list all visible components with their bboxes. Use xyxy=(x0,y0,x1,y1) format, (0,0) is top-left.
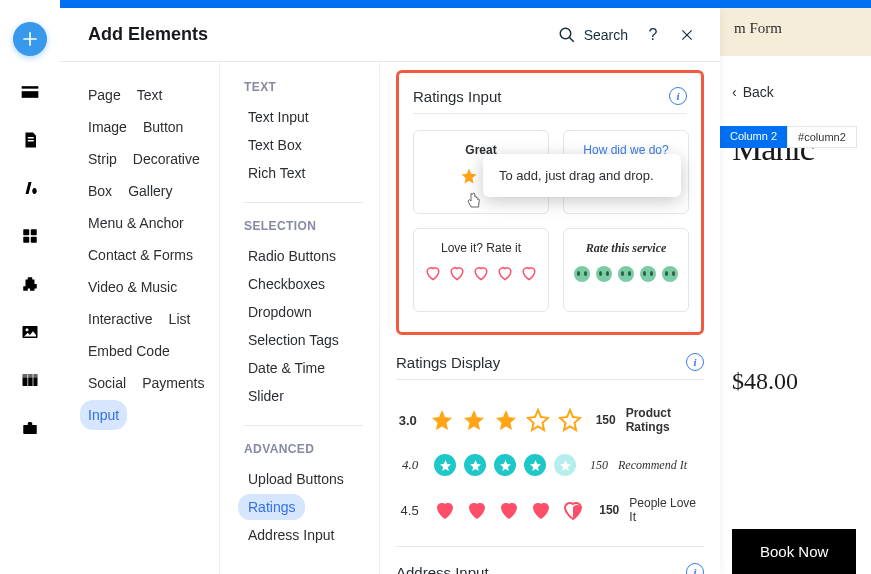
search-icon xyxy=(558,26,576,44)
back-link[interactable]: ‹ Back xyxy=(732,84,871,100)
category-item[interactable]: Payments xyxy=(134,368,212,398)
category-item[interactable]: Gallery xyxy=(120,176,180,206)
close-button[interactable] xyxy=(678,26,696,44)
add-elements-panel: Add Elements Search ? PageTextImageButto… xyxy=(60,8,720,574)
category-item[interactable]: Decorative xyxy=(125,144,208,174)
svg-point-15 xyxy=(560,28,571,39)
section-title: Ratings Display xyxy=(396,354,686,371)
rail-media-icon[interactable] xyxy=(18,320,42,344)
subcategory-item[interactable]: Selection Tags xyxy=(238,327,349,353)
svg-rect-2 xyxy=(28,137,34,139)
rating-display-circles[interactable]: 4.0 150 Recommend It xyxy=(396,444,704,486)
svg-rect-5 xyxy=(31,229,37,235)
search-button[interactable]: Search xyxy=(558,26,628,44)
chevron-left-icon: ‹ xyxy=(732,84,737,100)
category-item[interactable]: Box xyxy=(80,176,120,206)
help-button[interactable]: ? xyxy=(644,26,662,44)
rail-text-icon[interactable] xyxy=(18,176,42,200)
section-title: Address Input xyxy=(396,564,686,575)
canvas-background: m Form ‹ Back Manic $48.00 Book Now xyxy=(720,0,871,574)
rail-apps-icon[interactable] xyxy=(18,224,42,248)
category-item[interactable]: Page xyxy=(80,80,129,110)
svg-rect-11 xyxy=(23,374,38,378)
category-item[interactable]: Text xyxy=(129,80,171,110)
rail-page-icon[interactable] xyxy=(18,128,42,152)
add-elements-button[interactable] xyxy=(13,22,47,56)
book-now-button[interactable]: Book Now xyxy=(732,529,856,574)
page-header-text: m Form xyxy=(720,0,871,56)
rail-business-icon[interactable] xyxy=(18,416,42,440)
svg-point-9 xyxy=(26,328,29,331)
subcategory-item[interactable]: Slider xyxy=(238,383,294,409)
svg-rect-6 xyxy=(23,237,29,243)
category-item[interactable]: Image xyxy=(80,112,135,142)
ratings-display-section: Ratings Display i 3.0 150 Product Rat xyxy=(396,353,704,574)
svg-rect-3 xyxy=(28,140,34,142)
product-price: $48.00 xyxy=(732,368,871,395)
svg-rect-14 xyxy=(23,425,37,434)
rating-display-hearts[interactable]: 4.5 150 People Love It xyxy=(396,486,704,534)
subcategory-group-label: ADVANCED xyxy=(244,442,379,456)
category-item[interactable]: Strip xyxy=(80,144,125,174)
panel-title: Add Elements xyxy=(88,24,558,45)
category-item[interactable]: Social xyxy=(80,368,134,398)
category-column: PageTextImageButtonStripDecorativeBoxGal… xyxy=(60,62,220,574)
info-icon[interactable]: i xyxy=(669,87,687,105)
column-id-tag[interactable]: #column2 xyxy=(787,126,857,148)
subcategory-item[interactable]: Checkboxes xyxy=(238,271,335,297)
panel-header: Add Elements Search ? xyxy=(60,8,720,62)
svg-line-16 xyxy=(569,37,574,42)
subcategory-item[interactable]: Text Box xyxy=(238,132,312,158)
category-item[interactable]: List xyxy=(161,304,199,334)
rating-card-hearts[interactable]: Love it? Rate it xyxy=(413,228,549,312)
subcategory-item[interactable]: Date & Time xyxy=(238,355,335,381)
ratings-input-section: Ratings Input i Great How di xyxy=(396,70,704,335)
svg-rect-7 xyxy=(31,237,37,243)
svg-rect-4 xyxy=(23,229,29,235)
column-selection-tags: Column 2 #column2 xyxy=(720,126,857,148)
rail-section-icon[interactable] xyxy=(18,80,42,104)
category-item[interactable]: Contact & Forms xyxy=(80,240,201,270)
subcategory-item[interactable]: Address Input xyxy=(238,522,344,548)
elements-preview-column: Ratings Input i Great How di xyxy=(380,62,720,574)
top-accent-bar xyxy=(60,0,871,8)
category-item[interactable]: Button xyxy=(135,112,191,142)
rating-card-aliens[interactable]: Rate this service xyxy=(563,228,689,312)
info-icon[interactable]: i xyxy=(686,563,704,574)
section-title: Ratings Input xyxy=(413,88,669,105)
category-item[interactable]: Video & Music xyxy=(80,272,185,302)
category-item[interactable]: Embed Code xyxy=(80,336,178,366)
rail-plugin-icon[interactable] xyxy=(18,272,42,296)
subcategory-item[interactable]: Rich Text xyxy=(238,160,315,186)
plus-icon xyxy=(20,29,40,49)
column-label-tag[interactable]: Column 2 xyxy=(720,126,787,148)
subcategory-item[interactable]: Upload Buttons xyxy=(238,466,354,492)
subcategory-column: TEXTText InputText BoxRich TextSELECTION… xyxy=(220,62,380,574)
subcategory-item[interactable]: Radio Buttons xyxy=(238,243,346,269)
rating-display-stars[interactable]: 3.0 150 Product Ratings xyxy=(396,396,704,444)
category-item[interactable]: Interactive xyxy=(80,304,161,334)
subcategory-group-label: TEXT xyxy=(244,80,379,94)
drag-drop-tooltip: To add, just drag and drop. xyxy=(483,154,681,197)
editor-left-rail xyxy=(0,0,60,574)
category-item[interactable]: Input xyxy=(80,400,127,430)
rail-data-icon[interactable] xyxy=(18,368,42,392)
subcategory-item[interactable]: Text Input xyxy=(238,104,319,130)
subcategory-group-label: SELECTION xyxy=(244,219,379,233)
cursor-pointer-icon xyxy=(465,192,483,210)
subcategory-item[interactable]: Ratings xyxy=(238,494,305,520)
category-item[interactable]: Menu & Anchor xyxy=(80,208,192,238)
subcategory-item[interactable]: Dropdown xyxy=(238,299,322,325)
svg-rect-1 xyxy=(22,91,39,98)
info-icon[interactable]: i xyxy=(686,353,704,371)
svg-rect-0 xyxy=(22,86,39,89)
